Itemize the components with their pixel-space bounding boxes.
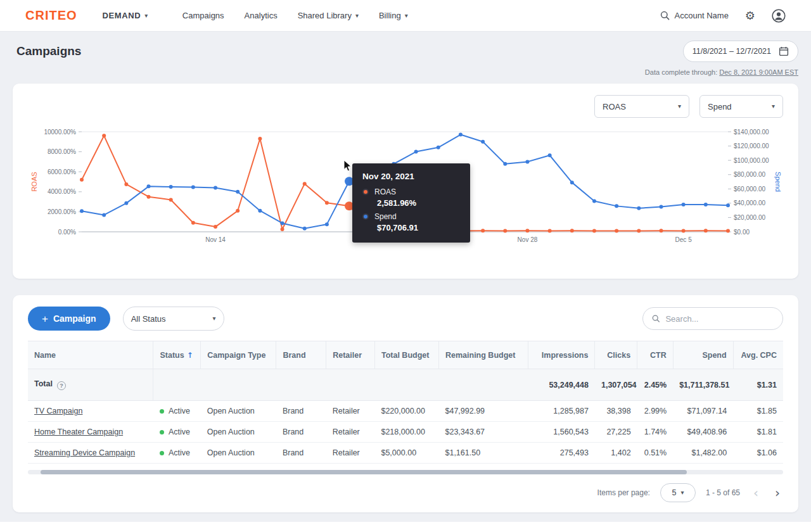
page-size-value: 5 [672, 488, 676, 497]
info-question-icon[interactable]: ? [57, 381, 66, 390]
page-size-select[interactable]: 5 ▾ [660, 483, 696, 502]
campaigns-table: Name Status↑ Campaign Type Brand Retaile… [28, 341, 783, 464]
active-status-dot-icon [160, 451, 164, 455]
metric1-value: ROAS [603, 102, 626, 111]
brand-cell: Brand [276, 443, 326, 464]
tooltip-spend-value: $70,706.91 [377, 223, 460, 232]
person-icon [772, 9, 786, 23]
ctr-cell: 0.51% [637, 443, 674, 464]
col-header-spend[interactable]: Spend [673, 341, 733, 369]
avg-cpc-cell: $1.81 [733, 422, 783, 443]
chevron-down-icon: ▾ [405, 13, 408, 19]
chevron-down-icon: ▾ [772, 103, 775, 110]
nav-shared-library[interactable]: Shared Library ▾ [298, 11, 359, 20]
total-budget-cell: $220,000.00 [374, 401, 438, 422]
brand-cell: Brand [276, 401, 326, 422]
table-search[interactable] [642, 307, 783, 330]
search-input[interactable] [665, 314, 774, 324]
criteo-logo[interactable]: CRITEO [25, 8, 77, 23]
col-header-name[interactable]: Name [28, 341, 153, 369]
pagination: Items per page: 5 ▾ 1 - 5 of 65 ‹ › [13, 474, 798, 510]
svg-text:$80,000.00: $80,000.00 [734, 171, 765, 178]
plus-icon: + [42, 314, 48, 324]
retailer-cell: Retailer [326, 443, 375, 464]
date-range-value: 11/8/2021 – 12/7/2021 [693, 47, 771, 56]
new-campaign-label: Campaign [53, 314, 96, 324]
date-range-picker[interactable]: 11/8/2021 – 12/7/2021 [683, 41, 798, 62]
tooltip-roas-value: 2,581.96% [377, 198, 460, 208]
account-search[interactable]: Account Name [660, 11, 729, 20]
col-header-remaining-budget[interactable]: Remaining Budget [438, 341, 528, 369]
nav-billing[interactable]: Billing ▾ [379, 11, 408, 20]
col-header-ctr[interactable]: CTR [637, 341, 674, 369]
nav-campaigns[interactable]: Campaigns [182, 11, 224, 20]
campaigns-table-card: + Campaign All Status ▾ [13, 295, 798, 512]
total-clicks: 1,307,054 [595, 369, 637, 401]
status-cell: Active [153, 422, 201, 443]
previous-page-button[interactable]: ‹ [750, 486, 762, 499]
campaign-link[interactable]: TV Campaign [34, 407, 82, 415]
nav-analytics[interactable]: Analytics [245, 11, 278, 20]
remaining-budget-cell: $47,992.99 [438, 401, 528, 422]
col-header-campaign-type[interactable]: Campaign Type [201, 341, 276, 369]
search-icon [652, 314, 660, 323]
col-header-status[interactable]: Status↑ [153, 341, 201, 369]
demand-menu[interactable]: DEMAND ▾ [103, 11, 148, 20]
data-complete-link[interactable]: Dec 8, 2021 9:00AM EST [719, 68, 798, 76]
account-profile-icon[interactable] [772, 9, 786, 23]
calendar-icon [779, 46, 789, 56]
svg-text:Dec 5: Dec 5 [675, 236, 693, 243]
brand-cell: Brand [276, 422, 326, 443]
settings-gear-icon[interactable]: ⚙ [745, 9, 755, 22]
gear-glyph: ⚙ [745, 9, 755, 22]
retailer-cell: Retailer [326, 422, 375, 443]
avg-cpc-cell: $1.85 [733, 401, 783, 422]
scrollbar-thumb[interactable] [41, 470, 687, 474]
total-ctr: 2.45% [637, 369, 674, 401]
col-header-total-budget[interactable]: Total Budget [374, 341, 438, 369]
col-header-brand[interactable]: Brand [276, 341, 326, 369]
next-page-button[interactable]: › [772, 486, 783, 499]
horizontal-scrollbar[interactable] [28, 470, 783, 474]
svg-text:$0.00: $0.00 [734, 229, 750, 236]
mouse-cursor-icon [343, 160, 352, 175]
clicks-cell: 27,225 [595, 422, 637, 443]
campaign-link[interactable]: Home Theater Campaign [34, 428, 123, 436]
chevron-down-icon: ▾ [678, 103, 681, 110]
data-complete-prefix: Data complete through: [645, 68, 717, 76]
status-text: Active [169, 448, 190, 457]
clicks-cell: 1,402 [595, 443, 637, 464]
campaign-type-cell: Open Auction [201, 401, 276, 422]
campaign-name-cell: TV Campaign [28, 401, 153, 422]
svg-text:Spend: Spend [774, 172, 782, 192]
col-header-retailer[interactable]: Retailer [326, 341, 375, 369]
new-campaign-button[interactable]: + Campaign [28, 307, 110, 331]
status-filter-value: All Status [131, 314, 166, 324]
svg-text:6000.00%: 6000.00% [48, 168, 76, 175]
avg-cpc-cell: $1.06 [733, 443, 783, 464]
tooltip-roas-row: ROAS [362, 187, 460, 196]
col-header-avg-cpc[interactable]: Avg. CPC [733, 341, 783, 369]
spend-cell: $49,408.96 [673, 422, 733, 443]
col-header-clicks[interactable]: Clicks [595, 341, 637, 369]
table-row: Streaming Device Campaign Active Open Au… [28, 443, 783, 464]
chevron-down-icon: ▾ [144, 13, 148, 19]
metric2-select[interactable]: Spend ▾ [699, 95, 783, 118]
col-header-impressions[interactable]: Impressions [528, 341, 595, 369]
svg-text:10000.00%: 10000.00% [44, 129, 76, 136]
status-filter-select[interactable]: All Status ▾ [123, 307, 224, 331]
chevron-down-icon: ▾ [213, 315, 216, 322]
svg-text:$40,000.00: $40,000.00 [734, 200, 765, 206]
table-controls: + Campaign All Status ▾ [13, 295, 798, 341]
svg-text:$100,000.00: $100,000.00 [734, 157, 769, 164]
svg-text:$20,000.00: $20,000.00 [734, 214, 765, 221]
account-name-label: Account Name [675, 11, 729, 20]
spend-series-dot-icon [362, 213, 369, 220]
status-cell: Active [153, 401, 201, 422]
campaign-link[interactable]: Streaming Device Campaign [34, 448, 135, 457]
metric1-select[interactable]: ROAS ▾ [594, 95, 689, 118]
metric-selectors: ROAS ▾ Spend ▾ [13, 84, 798, 118]
total-row: Total? 53,249,448 1,307,054 2.45% $1,711… [28, 369, 783, 401]
ctr-cell: 2.99% [637, 401, 674, 422]
campaign-type-cell: Open Auction [201, 422, 276, 443]
